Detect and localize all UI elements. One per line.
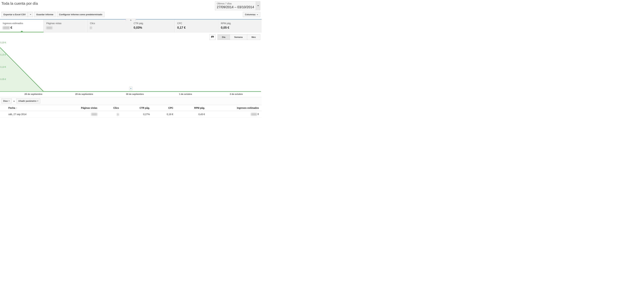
metric-tab-2[interactable]: Clics bbox=[87, 19, 131, 32]
date-range-picker[interactable]: Últimos 7 días 27/09/2014 – 03/10/2014 bbox=[215, 1, 260, 10]
blurred-value bbox=[3, 26, 10, 29]
date-range-text: Últimos 7 días 27/09/2014 – 03/10/2014 bbox=[215, 1, 256, 10]
blurred-value bbox=[46, 26, 52, 29]
chart-line bbox=[0, 47, 261, 91]
chart-y-tick: 0,20 € bbox=[0, 41, 6, 44]
granularity-day[interactable]: Día bbox=[218, 34, 230, 40]
export-csv-button[interactable]: Exportar a Excel CSV bbox=[1, 12, 28, 17]
chart-x-tick: 1 de octubre bbox=[160, 93, 211, 95]
metric-tab-label: RPM pág. bbox=[221, 22, 259, 25]
add-annotation-marker[interactable]: + bbox=[129, 87, 132, 90]
chart-y-tick: 0,10 € bbox=[0, 66, 6, 68]
granularity-month[interactable]: Mes bbox=[247, 34, 260, 40]
blurred-value bbox=[91, 113, 97, 116]
metric-tab-label: CPC bbox=[177, 22, 215, 25]
metric-tab-value: 0,03% bbox=[134, 26, 172, 29]
chart-fill-area bbox=[0, 47, 261, 92]
currency-suffix: € bbox=[257, 113, 259, 115]
breadcrumb-separator: » bbox=[13, 99, 14, 102]
date-range-dropdown-button[interactable] bbox=[256, 1, 260, 10]
dimension-label: Días bbox=[3, 100, 8, 102]
metric-tab-value: 0,05 € bbox=[221, 26, 259, 29]
annotations-button[interactable] bbox=[210, 34, 216, 40]
save-report-button[interactable]: Guardar informe bbox=[34, 12, 56, 17]
cell-paginas bbox=[57, 111, 100, 117]
table-row: sáb, 27 sep 20140,27%0,16 €0,43 € € bbox=[0, 111, 262, 117]
metric-tab-label: Ingresos estimados bbox=[3, 22, 41, 25]
cell-ctr: 0,27% bbox=[122, 111, 152, 117]
chevron-down-icon bbox=[257, 14, 258, 15]
chevron-up-icon bbox=[130, 19, 132, 20]
page-title: Toda la cuenta por día bbox=[1, 1, 38, 6]
column-header-rpm[interactable]: RPM pág. bbox=[176, 105, 208, 111]
time-granularity-toggle: Día Semana Mes bbox=[218, 34, 260, 40]
cell-cpc: 0,16 € bbox=[152, 111, 176, 117]
metric-tab-value: 0,17 € bbox=[177, 26, 215, 29]
blurred-value bbox=[90, 27, 92, 29]
date-range-label: Últimos 7 días bbox=[217, 2, 254, 5]
add-parameter-label: Añadir parámetro bbox=[18, 100, 36, 102]
chart-x-axis: 28 de septiembre29 de septiembre30 de se… bbox=[8, 92, 262, 97]
cell-rpm: 0,43 € bbox=[176, 111, 208, 117]
collapse-handle[interactable] bbox=[126, 19, 136, 21]
column-header-ctr[interactable]: CTR pág. bbox=[122, 105, 152, 111]
metric-tab-0[interactable]: Ingresos estimados € bbox=[0, 19, 44, 32]
column-header-cpc[interactable]: CPC bbox=[152, 105, 176, 111]
set-default-report-button[interactable]: Configurar informe como predeterminado bbox=[57, 12, 104, 17]
chart-x-tick: 30 de septiembre bbox=[110, 93, 160, 95]
chevron-down-icon bbox=[30, 14, 31, 15]
metric-tab-value bbox=[90, 26, 128, 29]
cell-clics bbox=[100, 111, 122, 117]
metric-tab-4[interactable]: CPC0,17 € bbox=[174, 19, 218, 32]
metric-tab-value: € bbox=[3, 26, 41, 29]
table-header-row: Fecha ↑Páginas vistasClicsCTR pág.CPCRPM… bbox=[0, 105, 262, 111]
metric-tab-label: CTR pág. bbox=[134, 22, 172, 25]
export-button-group: Exportar a Excel CSV bbox=[1, 12, 33, 17]
column-header-ingresos[interactable]: Ingresos estimados bbox=[208, 105, 262, 111]
columns-button-label: Columnas bbox=[245, 13, 256, 16]
chart-y-tick: 0,05 € bbox=[0, 78, 6, 80]
line-chart bbox=[0, 41, 261, 92]
chart-x-tick: 29 de septiembre bbox=[59, 93, 109, 95]
column-header-paginas[interactable]: Páginas vistas bbox=[57, 105, 100, 111]
chart-x-tick: 28 de septiembre bbox=[8, 93, 59, 95]
chart-area: + 0,20 €0,15 €0,10 €0,05 € bbox=[0, 41, 261, 92]
chart-x-tick: 2 de octubre bbox=[211, 93, 262, 95]
chevron-down-icon bbox=[257, 5, 259, 6]
metric-tab-3[interactable]: CTR pág.0,03% bbox=[131, 19, 174, 32]
cell-ingresos: € bbox=[208, 111, 262, 117]
metric-tab-label: Clics bbox=[90, 22, 128, 25]
table-body: sáb, 27 sep 20140,27%0,16 €0,43 € € bbox=[0, 111, 262, 117]
column-header-clics[interactable]: Clics bbox=[100, 105, 122, 111]
blurred-value bbox=[251, 113, 257, 116]
granularity-week[interactable]: Semana bbox=[230, 34, 247, 40]
dimension-dropdown[interactable]: Días bbox=[1, 98, 12, 103]
chart-y-tick: 0,15 € bbox=[0, 54, 6, 56]
metric-tab-1[interactable]: Páginas vistas bbox=[44, 19, 87, 32]
sort-arrow-icon: ↑ bbox=[16, 107, 17, 109]
chevron-down-icon bbox=[8, 101, 10, 101]
data-table: Fecha ↑Páginas vistasClicsCTR pág.CPCRPM… bbox=[0, 105, 262, 117]
columns-button[interactable]: Columnas bbox=[243, 12, 260, 17]
metric-tab-5[interactable]: RPM pág.0,05 € bbox=[218, 19, 262, 32]
column-header-fecha[interactable]: Fecha ↑ bbox=[0, 105, 57, 111]
speech-bubble-icon bbox=[211, 36, 214, 39]
chevron-down-icon bbox=[37, 101, 38, 101]
date-range-value: 27/09/2014 – 03/10/2014 bbox=[217, 5, 254, 9]
metric-tab-label: Páginas vistas bbox=[46, 22, 84, 25]
metric-tabs: Ingresos estimados €Páginas vistasClicsC… bbox=[0, 19, 262, 32]
metric-tab-value bbox=[46, 26, 84, 29]
cell-fecha: sáb, 27 sep 2014 bbox=[0, 111, 57, 117]
export-dropdown-button[interactable] bbox=[28, 12, 33, 17]
currency-suffix: € bbox=[10, 26, 12, 29]
blurred-value bbox=[117, 113, 119, 116]
add-parameter-dropdown[interactable]: Añadir parámetro bbox=[16, 98, 40, 103]
